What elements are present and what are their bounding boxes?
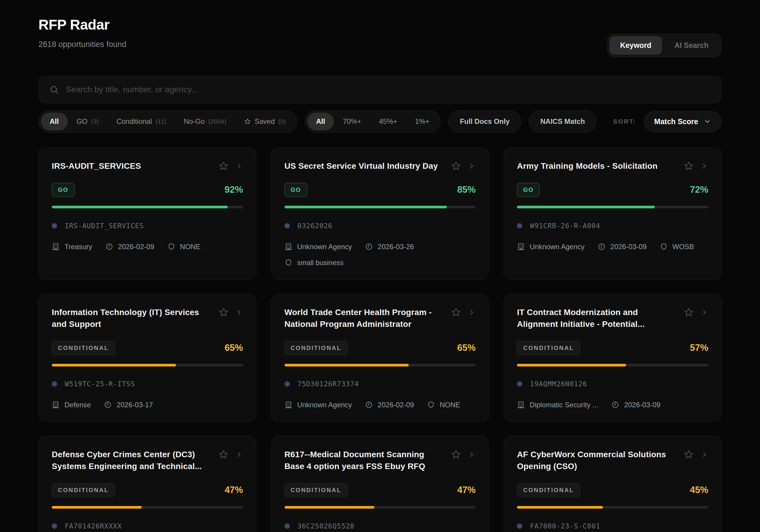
- star-icon: [218, 161, 229, 171]
- match-score-bar-fill: [517, 506, 603, 509]
- solicitation-number: W91CRB-26-R-A004: [530, 222, 600, 230]
- search-mode-keyword[interactable]: Keyword: [609, 36, 662, 55]
- filter-count: (3): [91, 118, 99, 125]
- solicitation-number: FA7000-23-S-C001: [530, 522, 600, 530]
- save-star-button[interactable]: [218, 449, 229, 460]
- filter-score-45-[interactable]: 45%+: [370, 112, 406, 130]
- open-detail-button[interactable]: [468, 451, 476, 459]
- search-mode-ai-search[interactable]: AI Search: [664, 36, 719, 55]
- meta-text: Unknown Agency: [297, 401, 352, 409]
- meta-row: Unknown Agency2026-03-09WOSB: [517, 243, 708, 251]
- open-detail-button[interactable]: [235, 162, 243, 170]
- filter-decision-all[interactable]: All: [41, 112, 68, 130]
- open-detail-button[interactable]: [468, 162, 476, 170]
- opportunity-card[interactable]: US Secret Service Virtual Industry Day G…: [271, 148, 489, 280]
- filter-decision-saved[interactable]: Saved(0): [235, 112, 295, 130]
- opportunity-card[interactable]: Defense Cyber Crimes Center (DC3) System…: [38, 436, 257, 532]
- card-header: IT Contract Modernization and Alignment …: [517, 306, 708, 331]
- save-star-button[interactable]: [218, 161, 229, 171]
- page-header: RFP Radar 2618 opportunities found Keywo…: [38, 17, 722, 57]
- card-actions: [684, 160, 708, 171]
- filter-decision-go[interactable]: GO(3): [68, 112, 108, 130]
- star-icon: [451, 449, 461, 460]
- solicitation-row: FA701426RXXXX: [52, 522, 243, 530]
- match-score-bar: [517, 206, 708, 208]
- building-icon: [284, 401, 293, 409]
- opportunity-card[interactable]: IRS-AUDIT_SERVICES GO 92% IRS-AUDIT_SERV…: [38, 148, 257, 280]
- meta-row: Unknown Agency2026-03-26small business: [284, 243, 476, 267]
- sort-value: Match Score: [654, 117, 698, 126]
- search-input[interactable]: [66, 85, 711, 94]
- save-star-button[interactable]: [684, 307, 694, 318]
- score-filter-group: All70%+45%+1%+: [305, 110, 441, 133]
- card-header: IRS-AUDIT_SERVICES: [52, 160, 243, 172]
- card-actions: [451, 306, 476, 318]
- bullet-dot-icon: [284, 381, 290, 386]
- opportunity-card[interactable]: Information Technology (IT) Services and…: [38, 294, 257, 422]
- save-star-button[interactable]: [451, 161, 461, 171]
- filter-score-all[interactable]: All: [307, 112, 334, 130]
- filter-decision-no-go[interactable]: No-Go(2604): [175, 112, 235, 130]
- save-star-button[interactable]: [684, 449, 694, 460]
- decision-badge: CONDITIONAL: [517, 483, 580, 497]
- solicitation-row: W91CRB-26-R-A004: [517, 222, 708, 230]
- opportunity-card[interactable]: AF CyberWorx Commercial Solutions Openin…: [503, 436, 722, 532]
- opportunity-card[interactable]: World Trade Center Health Program - Nati…: [271, 294, 489, 422]
- opportunity-card[interactable]: IT Contract Modernization and Alignment …: [503, 294, 722, 422]
- badge-row: GO 72%: [517, 183, 708, 197]
- search-bar: [38, 76, 722, 103]
- page-title: RFP Radar: [38, 17, 126, 33]
- opportunity-card[interactable]: Army Training Models - Solicitation GO 7…: [503, 148, 722, 280]
- save-star-button[interactable]: [218, 307, 229, 318]
- card-actions: [451, 449, 476, 460]
- open-detail-button[interactable]: [700, 451, 708, 459]
- meta-text: Treasury: [65, 243, 92, 251]
- opportunity-title: IRS-AUDIT_SERVICES: [52, 160, 212, 172]
- open-detail-button[interactable]: [235, 451, 243, 459]
- filter-count: (2604): [208, 118, 226, 125]
- clock-icon: [598, 243, 606, 251]
- save-star-button[interactable]: [451, 449, 461, 460]
- filter-score-70-[interactable]: 70%+: [334, 112, 370, 130]
- filter-label: Saved: [255, 117, 275, 126]
- open-detail-button[interactable]: [700, 162, 708, 170]
- save-star-button[interactable]: [451, 307, 461, 318]
- solicitation-number: 03262026: [298, 222, 333, 230]
- match-score: 57%: [690, 342, 708, 353]
- star-icon: [684, 307, 694, 318]
- open-detail-button[interactable]: [235, 309, 243, 316]
- filter-count: (11): [156, 118, 166, 125]
- save-star-button[interactable]: [684, 161, 694, 171]
- filter-score-1-[interactable]: 1%+: [406, 112, 439, 130]
- bullet-dot-icon: [52, 223, 57, 229]
- meta-text: WOSB: [673, 243, 694, 251]
- opportunity-card[interactable]: R617--Medical Document Scanning Base 4 o…: [271, 436, 489, 532]
- solicitation-row: 75D30126R73374: [284, 380, 476, 388]
- opportunity-title: US Secret Service Virtual Industry Day: [284, 160, 445, 172]
- chevron-right-icon: [700, 309, 708, 316]
- card-actions: [218, 449, 243, 460]
- solicitation-row: 19AQMM26N0126: [517, 380, 708, 388]
- naics-match-button[interactable]: NAICS Match: [529, 110, 596, 133]
- sort-dropdown[interactable]: Match Score: [644, 111, 722, 132]
- star-icon: [684, 161, 694, 171]
- opportunity-title: Defense Cyber Crimes Center (DC3) System…: [52, 449, 212, 472]
- rfp-radar-page: RFP Radar 2618 opportunities found Keywo…: [0, 0, 760, 532]
- meta-text: 2026-03-26: [378, 243, 414, 251]
- chevron-right-icon: [468, 162, 476, 170]
- bullet-dot-icon: [284, 223, 290, 229]
- meta-item: small business: [284, 259, 344, 267]
- opportunity-title: World Trade Center Health Program - Nati…: [284, 306, 445, 331]
- meta-item: 2026-02-09: [365, 401, 414, 409]
- open-detail-button[interactable]: [700, 309, 708, 316]
- match-score-bar: [517, 506, 708, 509]
- bullet-dot-icon: [517, 523, 522, 529]
- filter-decision-conditional[interactable]: Conditional(11): [108, 112, 175, 130]
- chevron-right-icon: [235, 162, 243, 170]
- badge-row: CONDITIONAL 47%: [284, 483, 476, 497]
- meta-text: Unknown Agency: [297, 243, 352, 251]
- open-detail-button[interactable]: [468, 309, 476, 316]
- chevron-right-icon: [700, 162, 708, 170]
- decision-badge: CONDITIONAL: [284, 341, 348, 355]
- full-docs-only-button[interactable]: Full Docs Only: [448, 110, 521, 133]
